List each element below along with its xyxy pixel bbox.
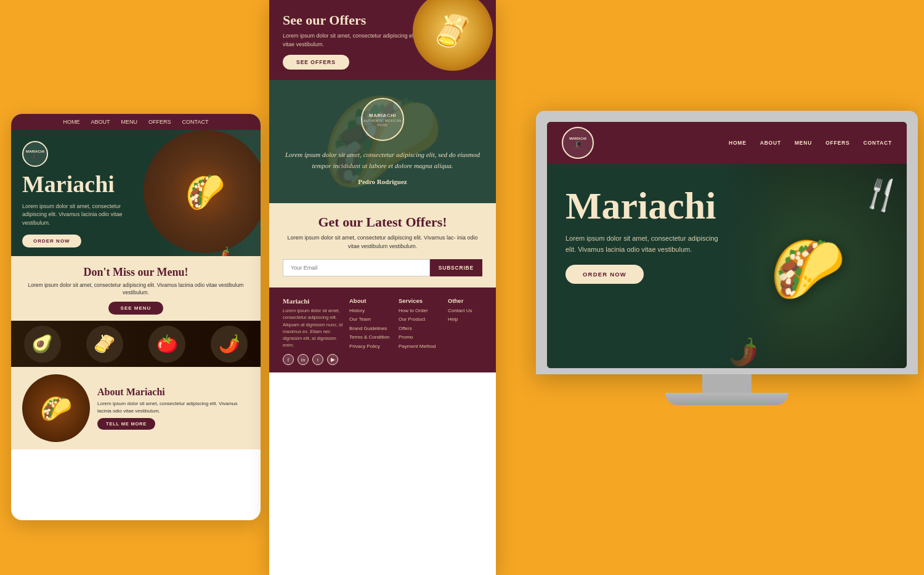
mid-social-icons: f in t ▶ [283,354,343,365]
mid-testimonial: 🌮 MARIACHI AUTHENTIC MEXICAN FOOD Lorem … [269,80,496,203]
left-about-section: 🌮 About Mariachi Lorem ipsum dolor sit a… [11,367,261,449]
right-nav-home[interactable]: HOME [729,140,747,146]
mid-see-offers-button[interactable]: SEE OFFERS [283,55,349,70]
footer-link-offers[interactable]: Offers [399,324,442,333]
mid-footer-brand-text: Lorem ipsum dolor sit amet, consectetur … [283,307,343,349]
footer-link-privacy[interactable]: Privacy Policy [349,342,392,351]
left-menu-section: Don't Miss our Menu! Lorem ipsum dolor s… [11,256,261,321]
mid-footer: Mariachi Lorem ipsum dolor sit amet, con… [269,288,496,372]
left-about-content: About Mariachi Lorem ipsum dolor sit ame… [97,387,249,429]
twitter-icon[interactable]: t [312,354,323,365]
mid-footer-brand-col: Mariachi Lorem ipsum dolor sit amet, con… [283,297,343,365]
right-nav: MARIACHI 🎩 HOME ABOUT MENU OFFERS CONTAC… [547,122,907,164]
right-nav-about[interactable]: ABOUT [760,140,781,146]
right-order-button[interactable]: ORDER NOW [565,265,644,284]
left-tell-more-button[interactable]: TELL ME MORE [97,418,155,430]
left-hero: MARIACHI 🎩 Mariachi Lorem ipsum dolor si… [11,130,261,256]
footer-link-contact-us[interactable]: Contact Us [448,307,482,315]
mid-footer-other-title: Other [448,297,482,304]
mid-footer-other-links: Contact Us Help [448,307,482,324]
middle-phone-mockup: See our Offers Lorem ipsum dolor sit ame… [269,0,496,575]
food-icon-1: 🥑 [24,326,61,363]
right-hero-text: Lorem ipsum dolor sit amet, consectetur … [565,233,726,255]
instagram-icon[interactable]: in [298,354,309,365]
footer-link-our-product[interactable]: Our Product [399,315,442,324]
footer-link-brand[interactable]: Brand Guidelines [349,324,392,333]
monitor-stand-neck [702,374,752,393]
left-see-menu-button[interactable]: SEE MENU [108,302,164,315]
monitor-body: MARIACHI 🎩 HOME ABOUT MENU OFFERS CONTAC… [536,111,918,374]
left-hero-text: Lorem ipsum dolor sit amet, consectetur … [22,203,133,228]
left-menu-title: Don't Miss our Menu! [22,266,249,279]
mid-footer-columns: Mariachi Lorem ipsum dolor sit amet, con… [283,297,482,365]
left-about-title: About Mariachi [97,387,249,398]
footer-link-how-to-order[interactable]: How to Order [399,307,442,315]
footer-link-team[interactable]: Our Team [349,315,392,324]
right-nav-offers[interactable]: OFFERS [825,140,849,146]
left-nav-item[interactable]: ABOUT [91,119,110,125]
mid-footer-brand-name: Mariachi [283,297,343,305]
mid-footer-about-col: About History Our Team Brand Guidelines … [349,297,392,365]
left-nav-item[interactable]: MENU [121,119,138,125]
mid-footer-other-col: Other Contact Us Help [448,297,482,365]
right-nav-menu[interactable]: MENU [795,140,812,146]
food-icon-2: 🫔 [86,326,123,363]
left-food-deco: 🌶️ [213,246,230,256]
left-menu-text: Lorem ipsum dolor sit amet, consectetur … [22,282,249,297]
mid-footer-services-links: How to Order Our Product Offers Promo Pa… [399,307,442,351]
left-hero-food: 🌮 [144,130,261,253]
left-nav-item[interactable]: CONTACT [182,119,209,125]
right-nav-contact[interactable]: CONTACT [863,140,892,146]
left-nav-item[interactable]: OFFERS [148,119,171,125]
left-nav: HOME ABOUT MENU OFFERS CONTACT [11,114,261,130]
left-nav-item[interactable]: HOME [63,119,80,125]
mid-hero-bg-food: 🌮 [269,80,496,203]
facebook-icon[interactable]: f [283,354,294,365]
right-logo: MARIACHI 🎩 [562,127,594,159]
mid-footer-about-title: About [349,297,392,304]
left-mobile-mockup: HOME ABOUT MENU OFFERS CONTACT MARIACHI … [11,114,261,520]
footer-link-terms[interactable]: Terms & Condition [349,333,392,342]
left-about-text: Lorem ipsum dolor sit amet, consectetur … [97,400,249,414]
mid-email-input[interactable] [283,259,430,276]
left-about-food-img: 🌮 [22,374,90,442]
right-hero-content: Mariachi Lorem ipsum dolor sit amet, con… [565,186,888,284]
footer-link-payment[interactable]: Payment Method [399,342,442,351]
mid-footer-services-col: Services How to Order Our Product Offers… [399,297,442,365]
footer-link-promo[interactable]: Promo [399,333,442,342]
mid-latest-offers: Get our Latest Offers! Lorem ipsum dolor… [269,203,496,288]
mid-footer-services-title: Services [399,297,442,304]
mid-subscribe-button[interactable]: SUBSCRIBE [430,259,482,276]
right-hero: 🌮 🍴 🌶️ Mariachi Lorem ipsum dolor sit am… [547,164,907,368]
monitor-screen: MARIACHI 🎩 HOME ABOUT MENU OFFERS CONTAC… [547,122,907,368]
footer-link-history[interactable]: History [349,307,392,315]
left-order-button[interactable]: ORDER NOW [22,235,81,247]
food-icon-3: 🍅 [148,326,185,363]
monitor-stand-base [665,393,788,405]
food-icon-4: 🌶️ [211,326,248,363]
mid-latest-title: Get our Latest Offers! [283,214,482,230]
left-logo: MARIACHI 🎩 [22,141,48,167]
right-desktop-mockup: MARIACHI 🎩 HOME ABOUT MENU OFFERS CONTAC… [517,111,924,449]
left-food-banner: 🥑 🫔 🍅 🌶️ [11,321,261,367]
mid-email-row: SUBSCRIBE [283,259,482,276]
mid-latest-text: Lorem ipsum dolor sit amet, consectetur … [283,234,482,251]
youtube-icon[interactable]: ▶ [327,354,338,365]
mid-offers-section: See our Offers Lorem ipsum dolor sit ame… [269,0,496,80]
footer-link-help[interactable]: Help [448,315,482,324]
right-hero-title: Mariachi [565,186,888,226]
mid-footer-about-links: History Our Team Brand Guidelines Terms … [349,307,392,351]
